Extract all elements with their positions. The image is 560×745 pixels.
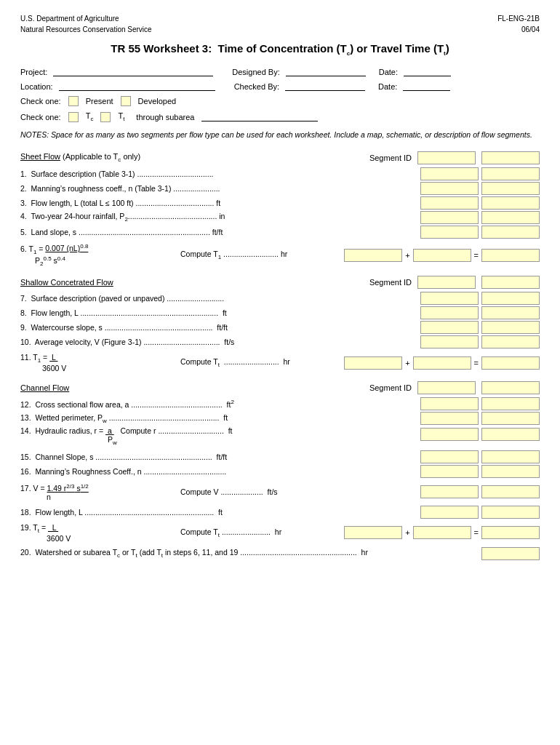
sheet-row4-box1[interactable] [420, 211, 479, 224]
subarea-input[interactable] [201, 112, 318, 121]
channel-flow-title-wrap: Channel Flow [20, 383, 69, 392]
date-label1: Date: [379, 68, 398, 76]
channel-row19-box3[interactable] [481, 526, 540, 539]
channel-eq-sign: = [474, 528, 479, 537]
developed-label: Developed [138, 97, 177, 105]
form-id: FL-ENG-21B [497, 13, 540, 24]
location-label: Location: [20, 82, 53, 91]
shallow-row10-box1[interactable] [420, 335, 479, 348]
notes-section: NOTES: Space for as many as two segments… [20, 130, 540, 141]
channel-row14-box1[interactable] [420, 428, 479, 441]
sheet-segment-id-row: Segment ID [369, 151, 540, 164]
checked-by-input[interactable] [285, 81, 365, 91]
shallow-formula-11-label: 11. T1 = L 3600 V [20, 353, 180, 372]
channel-row15-box2[interactable] [481, 450, 540, 463]
shallow-row11-box2[interactable] [413, 356, 471, 370]
channel-row20-box[interactable] [481, 547, 540, 560]
sheet-row-1-boxes [420, 167, 540, 180]
sheet-seg-box2[interactable] [481, 151, 540, 164]
shallow-segment-id-label: Segment ID [369, 278, 412, 287]
channel-row19-box2[interactable] [413, 526, 471, 539]
shallow-row9-box1[interactable] [420, 321, 479, 334]
project-row: Project: Designed By: Date: [20, 67, 540, 76]
sheet-row6-box2[interactable] [413, 249, 471, 262]
shallow-seg-box1[interactable] [417, 276, 476, 289]
sheet-row5-box1[interactable] [420, 226, 479, 239]
channel-row17-box2[interactable] [481, 485, 540, 498]
tc-checkbox[interactable] [68, 112, 79, 122]
date-code: 06/04 [497, 24, 540, 35]
shallow-row11-box1[interactable] [344, 356, 402, 370]
present-checkbox[interactable] [68, 96, 79, 106]
shallow-row7-box2[interactable] [481, 292, 540, 305]
channel-row16-box1[interactable] [420, 465, 479, 478]
sheet-segment-id-label: Segment ID [369, 154, 412, 162]
page-title: TR 55 Worksheet 3: Time of Concentration… [20, 42, 540, 57]
sheet-row-2: 2. Manning’s roughness coeff., n (Table … [20, 182, 540, 195]
date-input1[interactable] [404, 67, 451, 76]
shallow-row-8: 8. Flow length, L ......................… [20, 306, 540, 319]
channel-segment-id-row: Segment ID [369, 381, 540, 394]
channel-flow-rows1: 12. Cross sectional flow area, a .......… [20, 397, 540, 446]
channel-row12-box1[interactable] [420, 397, 479, 410]
shallow-row7-box1[interactable] [420, 292, 479, 305]
channel-row17-box1[interactable] [420, 485, 479, 498]
channel-row-15: 15. Channel Slope, s ...................… [20, 450, 540, 463]
sheet-row2-box1[interactable] [420, 182, 479, 195]
shallow-row10-box2[interactable] [481, 335, 540, 348]
sheet-row1-box1[interactable] [420, 167, 479, 180]
shallow-compute-11-boxes: + = [344, 356, 540, 370]
channel-row19-box1[interactable] [344, 526, 402, 539]
channel-segment-id-label: Segment ID [369, 383, 412, 392]
designed-by-label: Designed By: [232, 68, 279, 76]
sheet-row3-box1[interactable] [420, 196, 479, 210]
shallow-row8-box1[interactable] [420, 306, 479, 319]
developed-checkbox[interactable] [121, 96, 131, 106]
shallow-flow-header: Shallow Concetrated Flow Segment ID [20, 276, 540, 289]
channel-row14-box2[interactable] [481, 428, 540, 441]
sheet-row4-box2[interactable] [481, 211, 540, 224]
date-input2[interactable] [403, 81, 450, 91]
shallow-row8-box2[interactable] [481, 306, 540, 319]
present-label: Present [86, 97, 113, 105]
shallow-seg-box2[interactable] [481, 276, 540, 289]
shallow-row11-box3[interactable] [481, 356, 540, 370]
shallow-row-9: 9. Watercourse slope, s ................… [20, 321, 540, 334]
shallow-row9-box2[interactable] [481, 321, 540, 334]
sheet-flow-header: Sheet Flow (Applicable to Tc only) Segme… [20, 151, 540, 164]
date-label2: Date: [378, 82, 397, 91]
channel-seg-box2[interactable] [481, 381, 540, 394]
channel-flow-rows2: 15. Channel Slope, s ...................… [20, 450, 540, 478]
sheet-seg-box1[interactable] [417, 151, 476, 164]
check-one-label2: Check one: [20, 113, 61, 121]
sheet-row2-box2[interactable] [481, 182, 540, 195]
tt-checkbox[interactable] [100, 112, 111, 122]
location-row: Location: Checked By: Date: [20, 81, 540, 91]
channel-row12-box2[interactable] [481, 397, 540, 410]
designed-by-input[interactable] [286, 67, 366, 76]
channel-flow-title: Channel Flow [20, 383, 69, 392]
channel-row16-box2[interactable] [481, 465, 540, 478]
sheet-row3-box2[interactable] [481, 196, 540, 210]
channel-row18-box2[interactable] [481, 506, 540, 519]
channel-row-13: 13. Wetted perimeter, Pw ...............… [20, 412, 540, 425]
location-input[interactable] [59, 81, 215, 91]
project-input[interactable] [53, 67, 213, 76]
channel-row15-box1[interactable] [420, 450, 479, 463]
checked-by-label: Checked By: [234, 82, 279, 91]
sheet-row6-box3[interactable] [481, 249, 540, 262]
shallow-compute-11-label: Compute Tt .......................... hr [180, 357, 344, 368]
sheet-row-4: 4. Two-year 24-hour rainfall, P2........… [20, 211, 540, 224]
sheet-row1-box2[interactable] [481, 167, 540, 180]
sheet-row6-box1[interactable] [344, 249, 402, 262]
channel-row-18: 18. Flow length, L .....................… [20, 506, 540, 519]
header-right: FL-ENG-21B 06/04 [497, 13, 540, 35]
channel-row18-box1[interactable] [420, 506, 479, 519]
channel-row13-box1[interactable] [420, 412, 479, 425]
channel-row13-box2[interactable] [481, 412, 540, 425]
channel-compute-v-label: Compute V .................... ft/s [180, 487, 420, 496]
page-header: U.S. Department of Agriculture Natural R… [20, 13, 540, 35]
channel-seg-box1[interactable] [417, 381, 476, 394]
check-tc-tt: Check one: Tc Tt through subarea [20, 111, 540, 122]
sheet-row5-box2[interactable] [481, 226, 540, 239]
